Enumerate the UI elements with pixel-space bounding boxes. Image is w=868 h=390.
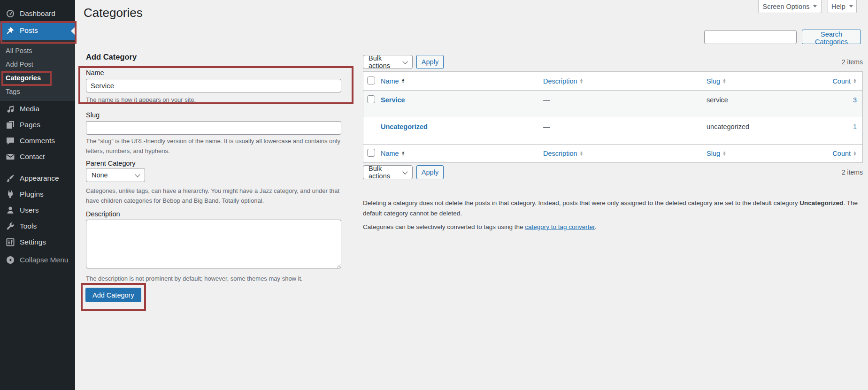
sidebar-item-media[interactable]: Media (0, 101, 75, 117)
parent-category-label: Parent Category (86, 160, 136, 167)
sidebar-subitem-add-post[interactable]: Add Post (0, 57, 75, 71)
slug-cell: service (707, 91, 830, 104)
sidebar-item-label: Media (20, 105, 39, 113)
sidebar-item-dashboard[interactable]: Dashboard (0, 6, 75, 22)
category-name-link[interactable]: Uncategorized (381, 123, 428, 130)
sidebar-item-settings[interactable]: Settings (0, 234, 75, 250)
category-description-textarea[interactable] (86, 220, 341, 268)
category-count-link[interactable]: 1 (853, 123, 857, 130)
sidebar-item-label: Contact (20, 153, 45, 161)
select-all-cell (363, 149, 381, 158)
sidebar-item-plugins[interactable]: Plugins (0, 186, 75, 202)
table-footer-row: Name▲▼Description▲▼Slug▲▼Count▲▼ (363, 144, 862, 162)
category-row: Service—service3 (363, 91, 862, 117)
bulk-actions-select-top[interactable]: Bulk actions (363, 55, 413, 69)
column-header-name[interactable]: Name▲▼ (381, 77, 405, 85)
envelope-icon (6, 152, 15, 161)
column-header-label: Name (381, 77, 399, 85)
help-label: Help (831, 3, 845, 10)
name-help-text: The name is how it appears on your site. (86, 95, 196, 105)
parent-help-text: Categories, unlike tags, can have a hier… (86, 186, 349, 206)
sort-arrows-icon: ▲▼ (853, 151, 857, 156)
column-header-slug[interactable]: Slug▲▼ (707, 150, 726, 157)
screen-options-label: Screen Options (763, 3, 810, 10)
select-all-checkbox[interactable] (367, 149, 375, 157)
sidebar-item-label: Pages (20, 121, 40, 129)
apply-button-top[interactable]: Apply (416, 55, 444, 69)
help-button[interactable]: Help (828, 0, 857, 13)
add-category-button[interactable]: Add Category (85, 288, 141, 302)
category-to-tag-converter-link[interactable]: category to tag converter (525, 223, 595, 230)
select-all-checkbox[interactable] (367, 76, 375, 84)
sidebar-subitem-tags[interactable]: Tags (0, 84, 75, 98)
category-slug-input[interactable] (86, 121, 341, 135)
column-header-slug[interactable]: Slug▲▼ (707, 77, 726, 85)
category-count-link[interactable]: 3 (853, 96, 857, 104)
sidebar-item-label: Comments (20, 137, 55, 145)
sidebar-item-label: Collapse Menu (20, 256, 68, 264)
note-text: Deleting a category does not delete the … (363, 199, 799, 206)
column-header-name[interactable]: Name▲▼ (381, 150, 405, 157)
row-checkbox[interactable] (367, 95, 375, 103)
sidebar-item-label: Appearance (20, 174, 59, 183)
slug-label: Slug (86, 111, 100, 119)
delete-category-note: Deleting a category does not delete the … (363, 198, 864, 219)
collapse-icon (6, 255, 15, 265)
column-header-label: Slug (707, 77, 720, 85)
column-header-count[interactable]: Count▲▼ (832, 77, 857, 85)
count-cell: 1 (830, 117, 862, 130)
sidebar-item-contact[interactable]: Contact (0, 149, 75, 165)
chevron-down-icon (402, 169, 407, 174)
note-text: Categories can be selectively converted … (363, 223, 525, 230)
sidebar-item-posts[interactable]: Posts (0, 22, 75, 40)
column-header-description[interactable]: Description▲▼ (543, 77, 583, 85)
column-header-count[interactable]: Count▲▼ (832, 150, 857, 157)
bulk-actions-selected-value: Bulk actions (369, 165, 403, 180)
sidebar-item-label: Posts (20, 26, 38, 35)
sort-arrows-icon: ▲▼ (580, 151, 584, 156)
converter-note: Categories can be selectively converted … (363, 222, 864, 232)
category-name-link[interactable]: Service (381, 96, 405, 104)
apply-button-bottom[interactable]: Apply (416, 165, 444, 179)
categories-table: Name▲▼Description▲▼Slug▲▼Count▲▼Service—… (363, 71, 863, 163)
sidebar-item-label: Plugins (20, 190, 44, 199)
bulk-actions-select-bottom[interactable]: Bulk actions (363, 165, 413, 179)
sidebar-subitem-categories[interactable]: Categories (0, 71, 75, 84)
default-category-name: Uncategorized (799, 199, 843, 206)
sort-arrows-icon: ▲▼ (722, 151, 726, 156)
items-count: 2 items (842, 58, 863, 66)
sidebar-item-users[interactable]: Users (0, 202, 75, 218)
sidebar-item-pages[interactable]: Pages (0, 117, 75, 133)
sidebar-item-tools[interactable]: Tools (0, 218, 75, 234)
sidebar-subitem-all-posts[interactable]: All Posts (0, 44, 75, 57)
table-header-row: Name▲▼Description▲▼Slug▲▼Count▲▼ (363, 72, 862, 91)
sidebar-item-comments[interactable]: Comments (0, 133, 75, 149)
chevron-down-icon (135, 172, 140, 177)
media-icon (6, 104, 15, 114)
description-label: Description (86, 210, 120, 218)
user-icon (6, 206, 15, 215)
name-cell: Uncategorized (381, 117, 543, 130)
parent-category-select[interactable]: None (86, 168, 145, 182)
category-name-input[interactable] (86, 79, 341, 92)
search-categories-button[interactable]: Search Categories (802, 30, 861, 44)
column-header-description[interactable]: Description▲▼ (543, 150, 583, 157)
items-count: 2 items (842, 168, 863, 176)
sidebar-item-appearance[interactable]: Appearance (0, 170, 75, 186)
add-category-heading: Add Category (86, 53, 137, 61)
search-categories-input[interactable] (704, 30, 797, 44)
sidebar-item-label: Users (20, 206, 38, 214)
sort-arrows-icon: ▲▼ (853, 78, 857, 84)
comment-icon (6, 136, 15, 145)
description-cell: — (543, 91, 707, 104)
sort-arrows-icon: ▲▼ (401, 78, 405, 84)
wrench-icon (6, 222, 15, 231)
slug-cell: uncategorized (707, 117, 830, 130)
column-header-label: Description (543, 150, 577, 157)
pages-icon (6, 120, 15, 130)
sidebar-item-collapse-menu[interactable]: Collapse Menu (0, 252, 75, 268)
description-help-text: The description is not prominent by defa… (86, 274, 349, 283)
screen-options-button[interactable]: Screen Options (758, 0, 822, 13)
note-text: . (595, 223, 597, 230)
column-header-label: Description (543, 77, 577, 85)
